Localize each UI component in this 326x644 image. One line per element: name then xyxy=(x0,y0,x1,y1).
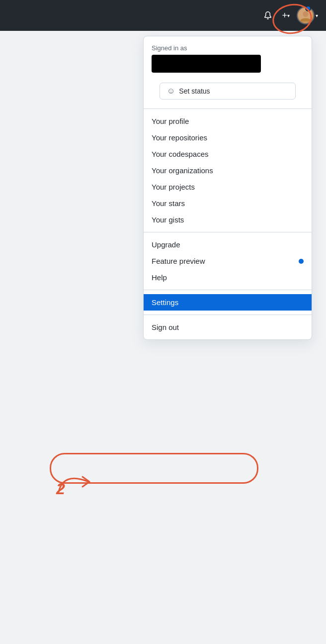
svg-point-1 xyxy=(303,11,308,17)
avatar-badge xyxy=(305,5,311,11)
set-status-label: Set status xyxy=(179,87,210,95)
menu-item-your-organizations[interactable]: Your organizations xyxy=(144,162,312,179)
menu-item-your-projects[interactable]: Your projects xyxy=(144,179,312,195)
plus-button[interactable]: + ▾ xyxy=(279,8,293,23)
menu-section-signout: Sign out xyxy=(144,315,312,339)
annotation-circle-settings xyxy=(50,453,258,484)
smiley-icon: ☺ xyxy=(167,87,175,96)
plus-icon: + xyxy=(282,10,287,21)
menu-item-upgrade[interactable]: Upgrade xyxy=(144,236,312,253)
signed-in-label: Signed in as xyxy=(152,44,304,52)
menu-item-your-profile[interactable]: Your profile xyxy=(144,113,312,129)
notifications-button[interactable] xyxy=(261,9,275,21)
menu-section-tools: Upgrade Feature preview Help xyxy=(144,232,312,290)
menu-item-help[interactable]: Help xyxy=(144,269,312,286)
dropdown-header: Signed in as xyxy=(144,36,312,78)
user-dropdown-menu: Signed in as ☺ Set status Your profile Y… xyxy=(143,36,312,340)
menu-item-your-codespaces[interactable]: Your codespaces xyxy=(144,146,312,162)
username-redacted xyxy=(152,55,261,73)
menu-section-profile: Your profile Your repositories Your code… xyxy=(144,108,312,232)
menu-item-your-gists[interactable]: Your gists xyxy=(144,212,312,228)
menu-section-settings: Settings xyxy=(144,290,312,315)
menu-item-sign-out[interactable]: Sign out xyxy=(144,319,312,335)
avatar-dropdown-arrow: ▾ xyxy=(316,13,318,18)
avatar-menu-button[interactable]: ▾ xyxy=(297,6,318,24)
menu-item-settings[interactable]: Settings xyxy=(144,294,312,311)
nav-icons: + ▾ ▾ xyxy=(261,6,318,24)
feature-preview-badge xyxy=(299,259,304,264)
set-status-button[interactable]: ☺ Set status xyxy=(160,83,296,100)
svg-text:2: 2 xyxy=(56,480,65,497)
plus-dropdown-arrow: ▾ xyxy=(287,13,290,18)
navbar: + ▾ ▾ xyxy=(0,0,326,31)
menu-item-your-repositories[interactable]: Your repositories xyxy=(144,129,312,146)
menu-item-feature-preview[interactable]: Feature preview xyxy=(144,253,312,269)
menu-item-your-stars[interactable]: Your stars xyxy=(144,195,312,212)
